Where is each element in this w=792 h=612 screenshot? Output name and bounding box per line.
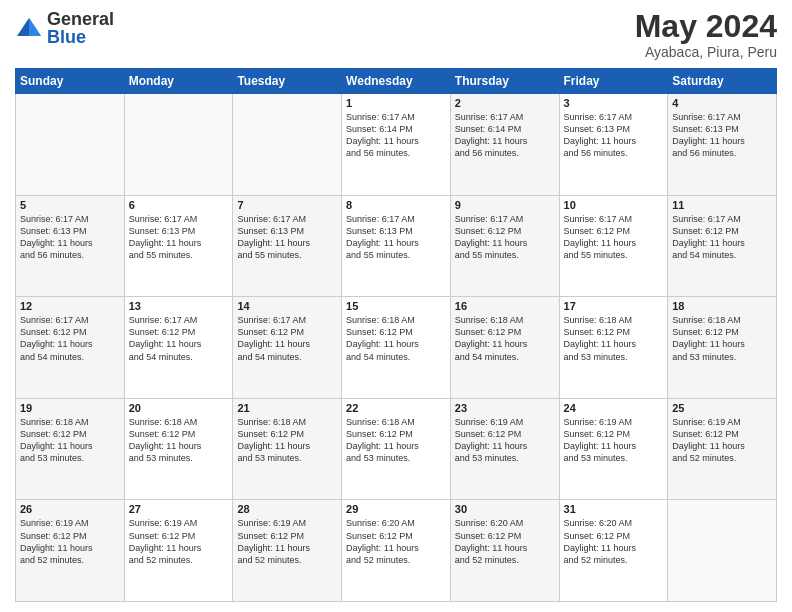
col-thursday: Thursday: [450, 69, 559, 94]
day-info: Sunrise: 6:18 AMSunset: 6:12 PMDaylight:…: [237, 416, 337, 465]
calendar-cell: 28Sunrise: 6:19 AMSunset: 6:12 PMDayligh…: [233, 500, 342, 602]
calendar-cell: 3Sunrise: 6:17 AMSunset: 6:13 PMDaylight…: [559, 94, 668, 196]
day-number: 6: [129, 199, 229, 211]
col-saturday: Saturday: [668, 69, 777, 94]
day-info: Sunrise: 6:20 AMSunset: 6:12 PMDaylight:…: [564, 517, 664, 566]
month-title: May 2024: [635, 10, 777, 42]
day-info: Sunrise: 6:17 AMSunset: 6:12 PMDaylight:…: [672, 213, 772, 262]
calendar-header-row: Sunday Monday Tuesday Wednesday Thursday…: [16, 69, 777, 94]
calendar-week-5: 26Sunrise: 6:19 AMSunset: 6:12 PMDayligh…: [16, 500, 777, 602]
day-number: 8: [346, 199, 446, 211]
calendar-cell: 2Sunrise: 6:17 AMSunset: 6:14 PMDaylight…: [450, 94, 559, 196]
calendar-cell: 13Sunrise: 6:17 AMSunset: 6:12 PMDayligh…: [124, 297, 233, 399]
day-number: 22: [346, 402, 446, 414]
day-number: 17: [564, 300, 664, 312]
calendar-cell: 5Sunrise: 6:17 AMSunset: 6:13 PMDaylight…: [16, 195, 125, 297]
calendar: Sunday Monday Tuesday Wednesday Thursday…: [15, 68, 777, 602]
calendar-cell: 26Sunrise: 6:19 AMSunset: 6:12 PMDayligh…: [16, 500, 125, 602]
day-number: 16: [455, 300, 555, 312]
day-info: Sunrise: 6:19 AMSunset: 6:12 PMDaylight:…: [564, 416, 664, 465]
calendar-cell: 19Sunrise: 6:18 AMSunset: 6:12 PMDayligh…: [16, 398, 125, 500]
calendar-cell: [668, 500, 777, 602]
calendar-cell: 12Sunrise: 6:17 AMSunset: 6:12 PMDayligh…: [16, 297, 125, 399]
col-tuesday: Tuesday: [233, 69, 342, 94]
calendar-week-4: 19Sunrise: 6:18 AMSunset: 6:12 PMDayligh…: [16, 398, 777, 500]
day-number: 18: [672, 300, 772, 312]
day-number: 5: [20, 199, 120, 211]
day-number: 28: [237, 503, 337, 515]
calendar-cell: 21Sunrise: 6:18 AMSunset: 6:12 PMDayligh…: [233, 398, 342, 500]
day-number: 10: [564, 199, 664, 211]
calendar-cell: 25Sunrise: 6:19 AMSunset: 6:12 PMDayligh…: [668, 398, 777, 500]
svg-marker-1: [29, 18, 41, 36]
calendar-cell: 22Sunrise: 6:18 AMSunset: 6:12 PMDayligh…: [342, 398, 451, 500]
day-info: Sunrise: 6:17 AMSunset: 6:13 PMDaylight:…: [672, 111, 772, 160]
calendar-cell: 18Sunrise: 6:18 AMSunset: 6:12 PMDayligh…: [668, 297, 777, 399]
day-number: 3: [564, 97, 664, 109]
calendar-week-3: 12Sunrise: 6:17 AMSunset: 6:12 PMDayligh…: [16, 297, 777, 399]
logo-general-text: General: [47, 10, 114, 28]
header: General Blue May 2024 Ayabaca, Piura, Pe…: [15, 10, 777, 60]
day-info: Sunrise: 6:17 AMSunset: 6:12 PMDaylight:…: [564, 213, 664, 262]
day-number: 19: [20, 402, 120, 414]
day-number: 26: [20, 503, 120, 515]
day-info: Sunrise: 6:19 AMSunset: 6:12 PMDaylight:…: [672, 416, 772, 465]
day-number: 20: [129, 402, 229, 414]
day-number: 9: [455, 199, 555, 211]
calendar-cell: 23Sunrise: 6:19 AMSunset: 6:12 PMDayligh…: [450, 398, 559, 500]
day-number: 4: [672, 97, 772, 109]
logo-text: General Blue: [47, 10, 114, 46]
calendar-cell: 11Sunrise: 6:17 AMSunset: 6:12 PMDayligh…: [668, 195, 777, 297]
day-info: Sunrise: 6:17 AMSunset: 6:12 PMDaylight:…: [455, 213, 555, 262]
day-info: Sunrise: 6:19 AMSunset: 6:12 PMDaylight:…: [129, 517, 229, 566]
calendar-cell: 20Sunrise: 6:18 AMSunset: 6:12 PMDayligh…: [124, 398, 233, 500]
day-number: 31: [564, 503, 664, 515]
col-monday: Monday: [124, 69, 233, 94]
day-info: Sunrise: 6:18 AMSunset: 6:12 PMDaylight:…: [455, 314, 555, 363]
calendar-cell: [16, 94, 125, 196]
calendar-cell: 6Sunrise: 6:17 AMSunset: 6:13 PMDaylight…: [124, 195, 233, 297]
day-info: Sunrise: 6:19 AMSunset: 6:12 PMDaylight:…: [237, 517, 337, 566]
calendar-cell: 29Sunrise: 6:20 AMSunset: 6:12 PMDayligh…: [342, 500, 451, 602]
calendar-cell: 7Sunrise: 6:17 AMSunset: 6:13 PMDaylight…: [233, 195, 342, 297]
day-number: 23: [455, 402, 555, 414]
calendar-cell: 16Sunrise: 6:18 AMSunset: 6:12 PMDayligh…: [450, 297, 559, 399]
day-number: 29: [346, 503, 446, 515]
day-number: 12: [20, 300, 120, 312]
calendar-cell: 1Sunrise: 6:17 AMSunset: 6:14 PMDaylight…: [342, 94, 451, 196]
calendar-cell: 14Sunrise: 6:17 AMSunset: 6:12 PMDayligh…: [233, 297, 342, 399]
day-number: 25: [672, 402, 772, 414]
day-info: Sunrise: 6:17 AMSunset: 6:14 PMDaylight:…: [455, 111, 555, 160]
day-info: Sunrise: 6:17 AMSunset: 6:13 PMDaylight:…: [20, 213, 120, 262]
col-wednesday: Wednesday: [342, 69, 451, 94]
calendar-week-2: 5Sunrise: 6:17 AMSunset: 6:13 PMDaylight…: [16, 195, 777, 297]
location: Ayabaca, Piura, Peru: [635, 44, 777, 60]
calendar-cell: [124, 94, 233, 196]
day-info: Sunrise: 6:17 AMSunset: 6:13 PMDaylight:…: [346, 213, 446, 262]
calendar-cell: 10Sunrise: 6:17 AMSunset: 6:12 PMDayligh…: [559, 195, 668, 297]
calendar-cell: 4Sunrise: 6:17 AMSunset: 6:13 PMDaylight…: [668, 94, 777, 196]
day-info: Sunrise: 6:20 AMSunset: 6:12 PMDaylight:…: [455, 517, 555, 566]
calendar-week-1: 1Sunrise: 6:17 AMSunset: 6:14 PMDaylight…: [16, 94, 777, 196]
day-info: Sunrise: 6:17 AMSunset: 6:12 PMDaylight:…: [20, 314, 120, 363]
calendar-cell: 17Sunrise: 6:18 AMSunset: 6:12 PMDayligh…: [559, 297, 668, 399]
calendar-cell: 9Sunrise: 6:17 AMSunset: 6:12 PMDaylight…: [450, 195, 559, 297]
page: General Blue May 2024 Ayabaca, Piura, Pe…: [0, 0, 792, 612]
day-number: 2: [455, 97, 555, 109]
day-number: 24: [564, 402, 664, 414]
day-info: Sunrise: 6:17 AMSunset: 6:12 PMDaylight:…: [237, 314, 337, 363]
day-number: 7: [237, 199, 337, 211]
day-info: Sunrise: 6:17 AMSunset: 6:14 PMDaylight:…: [346, 111, 446, 160]
logo-icon: [15, 14, 43, 42]
day-info: Sunrise: 6:18 AMSunset: 6:12 PMDaylight:…: [672, 314, 772, 363]
day-info: Sunrise: 6:17 AMSunset: 6:13 PMDaylight:…: [129, 213, 229, 262]
day-number: 27: [129, 503, 229, 515]
day-info: Sunrise: 6:17 AMSunset: 6:13 PMDaylight:…: [237, 213, 337, 262]
day-info: Sunrise: 6:18 AMSunset: 6:12 PMDaylight:…: [346, 416, 446, 465]
day-info: Sunrise: 6:17 AMSunset: 6:13 PMDaylight:…: [564, 111, 664, 160]
logo-blue-text: Blue: [47, 28, 114, 46]
day-info: Sunrise: 6:20 AMSunset: 6:12 PMDaylight:…: [346, 517, 446, 566]
day-number: 15: [346, 300, 446, 312]
day-number: 30: [455, 503, 555, 515]
calendar-cell: 30Sunrise: 6:20 AMSunset: 6:12 PMDayligh…: [450, 500, 559, 602]
